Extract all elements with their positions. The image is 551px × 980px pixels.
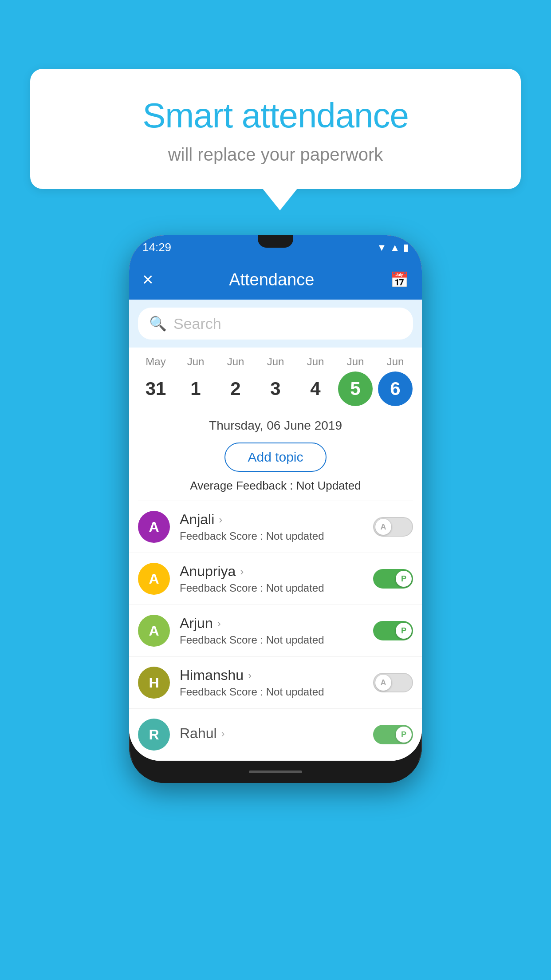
signal-icon: ▲ bbox=[390, 242, 400, 253]
toggle-knob-himanshu: A bbox=[375, 675, 391, 691]
student-name-row-arjun[interactable]: Arjun › bbox=[180, 615, 373, 632]
toggle-knob-anupriya: P bbox=[396, 571, 412, 587]
chevron-right-icon-rahul: › bbox=[221, 727, 225, 740]
battery-icon: ▮ bbox=[403, 242, 409, 253]
day-31: 31 bbox=[138, 371, 173, 406]
speech-bubble-subtitle: will replace your paperwork bbox=[52, 145, 499, 165]
day-cell-4[interactable]: 4 bbox=[298, 371, 333, 406]
selected-date: Thursday, 06 June 2019 bbox=[129, 411, 422, 438]
avatar-rahul: R bbox=[138, 719, 170, 751]
feedback-value-himanshu: Not updated bbox=[266, 686, 324, 698]
toggle-arjun[interactable]: P bbox=[373, 621, 413, 640]
feedback-label: Feedback Score : bbox=[180, 582, 266, 594]
feedback-value-anjali: Not updated bbox=[266, 530, 324, 542]
student-item-anupriya: A Anupriya › Feedback Score : Not update… bbox=[129, 553, 422, 605]
status-time: 14:29 bbox=[142, 241, 171, 254]
toggle-rahul[interactable]: P bbox=[373, 725, 413, 744]
chevron-right-icon-arjun: › bbox=[217, 617, 221, 630]
feedback-anjali: Feedback Score : Not updated bbox=[180, 530, 373, 542]
month-label-3: Jun bbox=[258, 356, 293, 368]
day-5-today: 5 bbox=[338, 371, 373, 406]
chevron-right-icon-himanshu: › bbox=[248, 669, 252, 682]
app-bar: × Attendance 📅 bbox=[129, 260, 422, 300]
avatar-anupriya: A bbox=[138, 563, 170, 595]
phone-notch bbox=[258, 235, 293, 248]
phone-bottom bbox=[129, 761, 422, 783]
day-cell-3[interactable]: 3 bbox=[258, 371, 293, 406]
phone-home-bar bbox=[249, 771, 302, 773]
avg-feedback-value: Not Updated bbox=[296, 479, 361, 492]
avg-feedback-label: Average Feedback : bbox=[190, 479, 296, 492]
feedback-himanshu: Feedback Score : Not updated bbox=[180, 686, 373, 698]
student-info-anupriya: Anupriya › Feedback Score : Not updated bbox=[180, 563, 373, 594]
wifi-icon: ▼ bbox=[377, 242, 386, 253]
date-cell-0[interactable]: May bbox=[138, 356, 173, 368]
student-list: A Anjali › Feedback Score : Not updated … bbox=[129, 501, 422, 761]
date-cell-6[interactable]: Jun bbox=[378, 356, 413, 368]
student-name-row-rahul[interactable]: Rahul › bbox=[180, 725, 373, 742]
speech-bubble-title: Smart attendance bbox=[52, 95, 499, 136]
student-name-row-anjali[interactable]: Anjali › bbox=[180, 511, 373, 528]
student-item-himanshu: H Himanshu › Feedback Score : Not update… bbox=[129, 657, 422, 709]
chevron-right-icon-anupriya: › bbox=[240, 565, 244, 578]
day-cell-5[interactable]: 5 bbox=[338, 371, 373, 406]
day-cell-2[interactable]: 2 bbox=[218, 371, 253, 406]
attendance-toggle-himanshu[interactable]: A bbox=[373, 673, 413, 692]
add-topic-container: Add topic bbox=[129, 438, 422, 479]
feedback-label: Feedback Score : bbox=[180, 686, 266, 698]
day-cell-1[interactable]: 1 bbox=[178, 371, 213, 406]
student-name-arjun: Arjun bbox=[180, 615, 213, 632]
attendance-toggle-arjun[interactable]: P bbox=[373, 621, 413, 640]
toggle-anupriya[interactable]: P bbox=[373, 569, 413, 589]
chevron-right-icon-anjali: › bbox=[219, 514, 222, 526]
toggle-knob-anjali: A bbox=[375, 519, 391, 535]
speech-bubble: Smart attendance will replace your paper… bbox=[30, 69, 521, 189]
add-topic-button[interactable]: Add topic bbox=[224, 443, 326, 472]
date-cell-5[interactable]: Jun bbox=[338, 356, 373, 368]
app-title: Attendance bbox=[229, 270, 314, 289]
date-cell-4[interactable]: Jun bbox=[298, 356, 333, 368]
date-cell-3[interactable]: Jun bbox=[258, 356, 293, 368]
search-bar[interactable]: 🔍 Search bbox=[138, 308, 413, 340]
status-bar: 14:29 ▼ ▲ ▮ bbox=[129, 235, 422, 260]
month-row: May Jun Jun Jun Jun Jun bbox=[129, 356, 422, 368]
avatar-arjun: A bbox=[138, 615, 170, 647]
attendance-toggle-rahul[interactable]: P bbox=[373, 725, 413, 744]
day-2: 2 bbox=[218, 371, 253, 406]
day-1: 1 bbox=[178, 371, 213, 406]
avatar-himanshu: H bbox=[138, 667, 170, 699]
student-item-anjali: A Anjali › Feedback Score : Not updated … bbox=[129, 501, 422, 553]
feedback-label: Feedback Score : bbox=[180, 530, 266, 542]
date-cell-1[interactable]: Jun bbox=[178, 356, 213, 368]
day-cell-0[interactable]: 31 bbox=[138, 371, 173, 406]
day-4: 4 bbox=[298, 371, 333, 406]
attendance-toggle-anjali[interactable]: A bbox=[373, 517, 413, 537]
student-info-arjun: Arjun › Feedback Score : Not updated bbox=[180, 615, 373, 646]
day-row: 31 1 2 3 4 5 bbox=[129, 371, 422, 406]
speech-bubble-container: Smart attendance will replace your paper… bbox=[30, 69, 521, 211]
search-placeholder: Search bbox=[173, 315, 221, 332]
date-picker: May Jun Jun Jun Jun Jun bbox=[129, 348, 422, 411]
student-name-row-anupriya[interactable]: Anupriya › bbox=[180, 563, 373, 580]
close-button[interactable]: × bbox=[142, 269, 153, 290]
student-item-arjun: A Arjun › Feedback Score : Not updated P bbox=[129, 605, 422, 657]
toggle-anjali[interactable]: A bbox=[373, 517, 413, 537]
month-label-6: Jun bbox=[378, 356, 413, 368]
phone-screen: 14:29 ▼ ▲ ▮ × Attendance 📅 🔍 Search bbox=[129, 235, 422, 761]
calendar-icon[interactable]: 📅 bbox=[390, 271, 409, 288]
feedback-anupriya: Feedback Score : Not updated bbox=[180, 582, 373, 594]
month-label-0: May bbox=[138, 356, 173, 368]
student-info-himanshu: Himanshu › Feedback Score : Not updated bbox=[180, 667, 373, 698]
toggle-himanshu[interactable]: A bbox=[373, 673, 413, 692]
date-cell-2[interactable]: Jun bbox=[218, 356, 253, 368]
student-name-anupriya: Anupriya bbox=[180, 563, 236, 580]
feedback-value-arjun: Not updated bbox=[266, 634, 324, 646]
feedback-label: Feedback Score : bbox=[180, 634, 266, 646]
feedback-arjun: Feedback Score : Not updated bbox=[180, 634, 373, 646]
phone-wrapper: 14:29 ▼ ▲ ▮ × Attendance 📅 🔍 Search bbox=[129, 235, 422, 783]
attendance-toggle-anupriya[interactable]: P bbox=[373, 569, 413, 589]
month-label-5: Jun bbox=[338, 356, 373, 368]
student-name-row-himanshu[interactable]: Himanshu › bbox=[180, 667, 373, 684]
phone-frame: 14:29 ▼ ▲ ▮ × Attendance 📅 🔍 Search bbox=[129, 235, 422, 783]
day-cell-6[interactable]: 6 bbox=[378, 371, 413, 406]
